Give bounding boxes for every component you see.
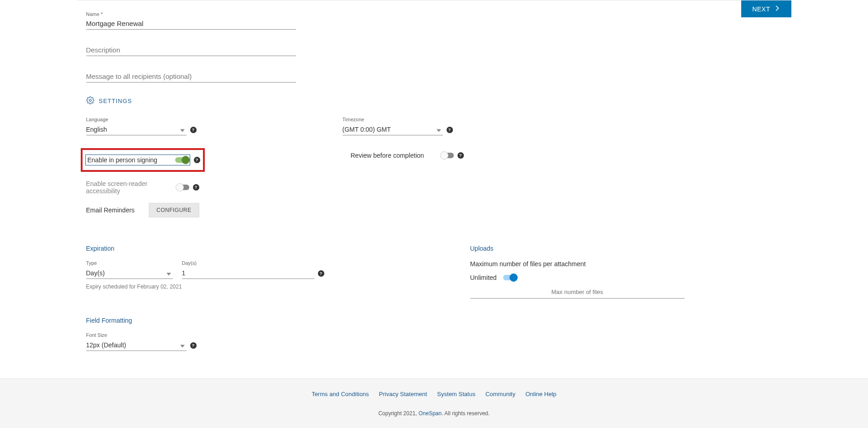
timezone-label: Timezone [343,117,453,122]
footer: Terms and Conditions Privacy Statement S… [0,378,868,428]
screen-reader-label: Enable screen-reader accessibility [86,180,177,195]
email-reminders-label: Email Reminders [86,206,135,214]
configure-button[interactable]: CONFIGURE [149,203,199,217]
footer-link-terms[interactable]: Terms and Conditions [312,391,369,397]
help-icon[interactable]: ? [190,342,197,349]
footer-link-privacy[interactable]: Privacy Statement [379,391,427,397]
footer-link-help[interactable]: Online Help [525,391,556,397]
unlimited-toggle[interactable] [503,275,516,280]
screen-reader-toggle[interactable] [177,185,189,190]
help-icon[interactable]: ? [194,157,200,163]
footer-brand-link[interactable]: OneSpan [418,410,442,417]
max-files-label: Maximum number of files per attachment [470,260,685,268]
days-input[interactable] [182,268,314,279]
name-input[interactable] [86,17,296,30]
in-person-label: Enable in person signing [88,156,157,164]
max-files-input[interactable] [470,286,685,299]
exp-type-value: Day(s) [86,268,173,279]
email-reminders-row: Email Reminders CONFIGURE [86,203,199,217]
next-button[interactable]: NEXT [741,0,791,17]
settings-header: SETTINGS [86,96,791,106]
name-label: Name * [86,11,791,17]
description-input[interactable] [86,43,296,56]
font-size-label: Font Size [86,332,791,338]
timezone-value: (GMT 0:00) GMT [343,124,443,135]
footer-link-community[interactable]: Community [485,391,515,397]
svg-point-0 [89,99,91,102]
language-label: Language [86,117,197,122]
help-icon[interactable]: ? [193,184,199,191]
language-value: English [86,124,187,135]
screen-reader-row: Enable screen-reader accessibility ? [86,180,199,195]
settings-title: SETTINGS [99,98,132,104]
footer-link-status[interactable]: System Status [437,391,475,397]
review-label: Review before completion [351,152,424,159]
review-before-row: Review before completion ? [351,152,464,159]
exp-type-select[interactable]: Day(s) [86,268,173,279]
days-label: Day(s) [182,260,324,266]
help-icon[interactable]: ? [447,127,453,133]
font-size-value: 12px (Default) [86,340,187,351]
timezone-select[interactable]: (GMT 0:00) GMT [343,124,443,135]
in-person-toggle[interactable] [175,157,188,163]
gear-icon [86,96,94,106]
help-icon[interactable]: ? [457,152,464,159]
next-label: NEXT [752,5,770,13]
expiration-title: Expiration [86,245,324,252]
copyright: Copyright 2021, OneSpan. All rights rese… [0,410,868,417]
review-before-toggle[interactable] [441,153,454,158]
expiry-schedule-text: Expiry scheduled for February 02, 2021 [86,284,324,290]
in-person-signing-row: Enable in person signing ? [81,148,205,172]
help-icon[interactable]: ? [318,270,324,277]
message-input[interactable] [86,70,296,83]
unlimited-label: Unlimited [470,274,497,281]
chevron-right-icon [774,5,780,13]
field-formatting-title: Field Formatting [86,317,791,324]
uploads-title: Uploads [470,245,685,252]
help-icon[interactable]: ? [190,127,197,133]
language-select[interactable]: English [86,124,187,135]
exp-type-label: Type [86,260,173,266]
font-size-select[interactable]: 12px (Default) [86,340,187,351]
